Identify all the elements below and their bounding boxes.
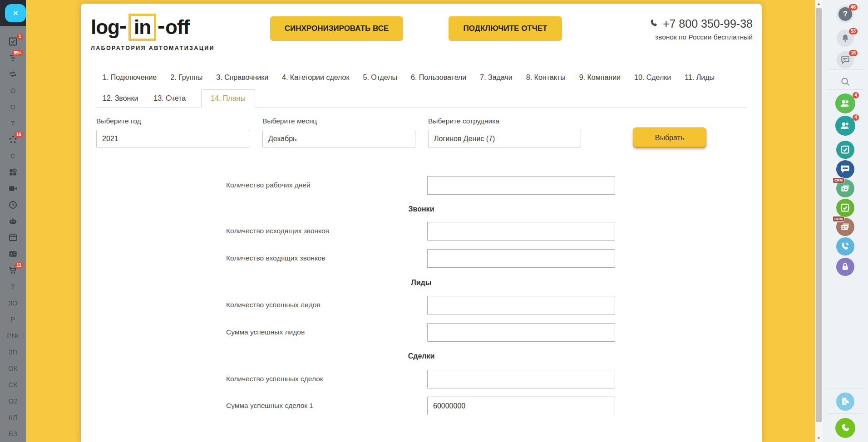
sidebar-item-p№[interactable]: P№ <box>0 327 26 344</box>
help-icon[interactable]: ?46 <box>837 5 854 23</box>
sidebar-item-idcard[interactable] <box>0 246 26 262</box>
tab-4-категории-сделок[interactable]: 4. Категории сделок <box>282 74 349 86</box>
year-select[interactable] <box>96 130 249 147</box>
plan-field-input[interactable] <box>427 397 615 415</box>
plan-field-row: Количество исходящих звонков <box>81 222 762 241</box>
chat-users-icon <box>836 160 854 178</box>
sidebar-divider <box>827 413 863 414</box>
sidebar-item-т[interactable]: Т <box>0 115 26 131</box>
sidebar-divider <box>827 69 863 70</box>
tab-11-лиды[interactable]: 11. Лиды <box>685 74 715 86</box>
crm-contacts-icon[interactable]: CRM <box>836 179 854 197</box>
plan-field-label: Сумма успешных сделок 1 <box>226 402 313 410</box>
content-card: loginoff ЛАБОРАТОРИЯ АВТОМАТИЗАЦИИ СИНХР… <box>81 4 762 442</box>
employees-icon[interactable]: 4 <box>835 93 855 113</box>
crm-tag: CRM <box>833 216 844 222</box>
tab-1-подключение[interactable]: 1. Подключение <box>103 74 157 86</box>
contact-card-icon <box>8 249 18 259</box>
tab-9-компании[interactable]: 9. Компании <box>579 74 621 86</box>
plan-field-input[interactable] <box>427 370 615 388</box>
sidebar-item-зп[interactable]: ЗП <box>0 344 26 360</box>
plan-field-input[interactable] <box>427 222 615 241</box>
logo-dash <box>158 26 164 29</box>
close-button[interactable]: × <box>5 4 26 22</box>
tasks-app-icon[interactable] <box>836 141 854 159</box>
search-icon <box>837 73 854 90</box>
tab-7-задачи[interactable]: 7. Задачи <box>480 74 513 86</box>
sidebar-item-label: БЗ <box>9 430 17 437</box>
tab-2-группы[interactable]: 2. Группы <box>170 74 202 86</box>
sidebar-item-о[interactable]: О <box>0 98 26 115</box>
call-icon[interactable] <box>835 418 855 438</box>
sidebar-item-network[interactable]: 16 <box>0 131 26 147</box>
plan-field-input[interactable] <box>427 323 615 342</box>
left-sidebar-header: × <box>0 0 26 26</box>
group-chat-icon[interactable] <box>836 160 854 178</box>
employee-select[interactable] <box>428 130 581 147</box>
plan-field-input[interactable] <box>427 249 615 268</box>
vertical-scrollbar[interactable]: ▲ ▼ <box>815 0 823 442</box>
right-sidebar: ?46531644CRMCRM <box>823 0 868 442</box>
section-title-сделки: Сделки <box>81 352 762 360</box>
tab-14-планы[interactable]: 14. Планы <box>201 89 255 108</box>
sidebar-item-о[interactable]: О <box>0 82 26 98</box>
sidebar-item-window[interactable] <box>0 229 26 246</box>
sidebar-item-sync[interactable] <box>0 66 26 82</box>
phone-note: звонок по России бесплатный <box>650 33 753 41</box>
plan-field-input[interactable] <box>427 296 615 314</box>
search-icon[interactable] <box>837 73 854 90</box>
sidebar-item-label: Р <box>10 315 15 323</box>
mobile-app-icon[interactable] <box>836 393 854 411</box>
sidebar-item-tasks[interactable]: 1 <box>0 33 26 49</box>
sidebar-item-ск[interactable]: СК <box>0 376 26 393</box>
sidebar-item-о2[interactable]: О2 <box>0 393 26 409</box>
sidebar-item-бз[interactable]: БЗ <box>0 425 26 442</box>
tab-12-звонки[interactable]: 12. Звонки <box>103 94 138 107</box>
tab-10-сделки[interactable]: 10. Сделки <box>634 74 671 86</box>
crm-deals-icon[interactable]: CRM <box>836 218 854 236</box>
checklist-app-icon[interactable] <box>836 199 854 217</box>
plan-field-label: Количество рабочих дней <box>226 181 311 189</box>
sidebar-item-cart[interactable]: 11 <box>0 262 26 278</box>
sync-all-button[interactable]: СИНХРОНИЗИРОВАТЬ ВСЕ <box>270 16 403 41</box>
sidebar-item-ок[interactable]: ОК <box>0 360 26 376</box>
sidebar-item-video[interactable] <box>0 180 26 196</box>
check-square-icon <box>836 141 854 159</box>
scroll-up-arrow[interactable]: ▲ <box>815 0 823 8</box>
sidebar-item-кл[interactable]: КЛ <box>0 409 26 425</box>
sidebar-item-label: О <box>10 103 16 111</box>
month-select[interactable] <box>262 130 415 147</box>
section-title-лиды: Лиды <box>81 279 762 287</box>
sidebar-item-grid[interactable] <box>0 164 26 180</box>
tab-6-пользователи[interactable]: 6. Пользователи <box>411 74 466 86</box>
scroll-down-arrow[interactable]: ▼ <box>815 434 823 442</box>
sidebar-item-р[interactable]: Р <box>0 311 26 327</box>
tab-8-контакты[interactable]: 8. Контакты <box>526 74 566 86</box>
browser-window-icon <box>8 233 18 242</box>
sidebar-item-label: СК <box>8 381 17 388</box>
select-button[interactable]: Выбрать <box>633 128 706 148</box>
phone-handset-icon <box>835 418 855 438</box>
plan-field-row: Количество рабочих дней <box>81 176 762 195</box>
sidebar-item-filter[interactable]: 99+ <box>0 49 26 66</box>
sidebar-item-robot[interactable] <box>0 213 26 229</box>
clients-icon[interactable]: 4 <box>835 116 855 136</box>
connect-report-button[interactable]: ПОДКЛЮЧИТЕ ОТЧЕТ <box>449 16 562 41</box>
notifications-icon[interactable]: 53 <box>837 29 854 47</box>
scrollbar-thumb[interactable] <box>816 8 822 422</box>
chat-log-icon[interactable]: 16 <box>837 51 854 69</box>
plan-field-input[interactable] <box>427 176 615 195</box>
sidebar-item-clock[interactable] <box>0 196 26 213</box>
sidebar-item-с[interactable]: С <box>0 147 26 164</box>
sidebar-divider <box>827 388 863 388</box>
sidebar-item-т[interactable]: Т <box>0 278 26 295</box>
telephony-icon[interactable] <box>836 237 854 255</box>
logo-wordmark: loginoff <box>91 14 215 41</box>
settings-tabs: 1. Подключение2. Группы3. Справочники4. … <box>96 71 746 108</box>
tab-13-счета[interactable]: 13. Счета <box>153 94 186 107</box>
security-icon[interactable] <box>836 258 854 276</box>
tab-5-отделы[interactable]: 5. Отделы <box>363 74 398 86</box>
plan-field-row: Количество успешных лидов <box>81 296 762 314</box>
sidebar-item-зо[interactable]: ЗО <box>0 295 26 311</box>
tab-3-справочники[interactable]: 3. Справочники <box>216 74 268 86</box>
